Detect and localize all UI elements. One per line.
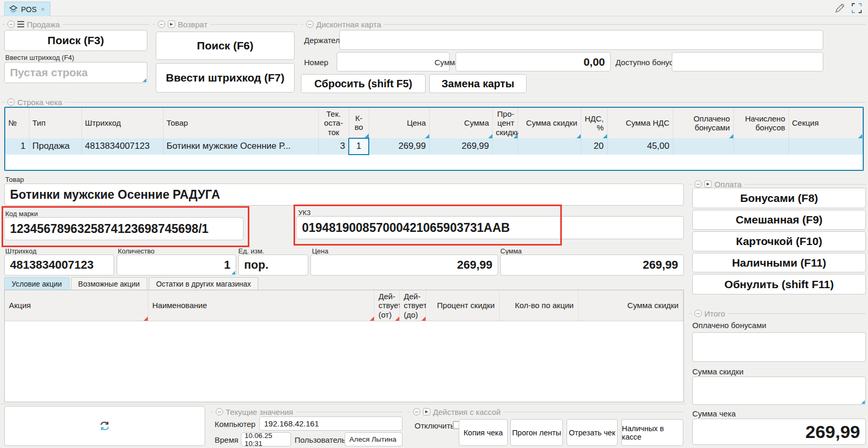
col-number[interactable]: №: [5, 108, 29, 138]
refresh-panel[interactable]: [4, 406, 205, 446]
col-discount-sum[interactable]: Сумма скидки: [518, 108, 581, 138]
cell-price[interactable]: 269,99: [369, 138, 429, 155]
receipt-copy-button[interactable]: Копия чека: [459, 419, 508, 446]
holder-input[interactable]: [339, 30, 823, 50]
replace-card-button[interactable]: Замена карты: [429, 74, 527, 93]
paid-bonus-label: Оплачено бонусами: [692, 321, 766, 330]
col-promo-name[interactable]: Наименование: [148, 290, 374, 321]
available-bonus-input[interactable]: [672, 52, 823, 72]
computer-label: Компьютер: [215, 420, 256, 429]
cell-accrued-bonus[interactable]: [733, 138, 789, 155]
cut-receipt-button[interactable]: Отрезать чек: [567, 419, 618, 446]
paid-bonus-field[interactable]: [692, 332, 866, 362]
play-icon[interactable]: ▶: [704, 180, 712, 188]
collapse-icon[interactable]: [216, 408, 223, 415]
col-discount-pct[interactable]: Про-цент скидки: [492, 108, 518, 138]
collapse-icon[interactable]: [7, 21, 15, 28]
col-stock[interactable]: Тек. оста-ток: [318, 108, 349, 138]
mark-code-input[interactable]: 1234567896325874123698745698/1: [4, 217, 244, 240]
return-search-button[interactable]: Поиск (F6): [156, 32, 295, 60]
qty-field[interactable]: 1: [117, 254, 236, 276]
tab-other-stores-stock[interactable]: Остатки в других магазинах: [149, 277, 258, 290]
col-valid-to[interactable]: Дей-ствует (до): [399, 290, 426, 321]
col-valid-from[interactable]: Дей-ствует (от): [374, 290, 399, 321]
col-accrued-bonus[interactable]: Начислено бонусов: [733, 108, 789, 138]
cell-stock[interactable]: 3: [318, 138, 349, 155]
cash-actions-group-header: ▶ Действия с кассой: [408, 408, 684, 416]
col-section[interactable]: Секция: [789, 108, 863, 138]
col-qty[interactable]: К-во: [349, 108, 369, 138]
edit-pencil-icon[interactable]: [834, 3, 845, 14]
computer-field[interactable]: 192.168.42.161: [259, 416, 402, 431]
time-field[interactable]: 10.06.25 10:31: [241, 432, 291, 446]
col-promo-qty[interactable]: Кол-во по акции: [499, 290, 578, 321]
discount-sum-field[interactable]: [692, 376, 866, 405]
card-number-input[interactable]: [337, 52, 450, 72]
payment-group-header: ▶ Оплата: [689, 180, 866, 188]
sale-barcode-input-wrap: [4, 62, 147, 83]
product-name-input[interactable]: Ботинки мужские Осенние РАДУГА: [4, 184, 684, 206]
pay-card-button[interactable]: Карточкой (F10): [692, 231, 866, 251]
receipt-header-row: № Тип Штрихкод Товар Тек. оста-ток К-во …: [5, 108, 863, 138]
col-promo-discount-pct[interactable]: Процент скидки: [426, 290, 499, 321]
col-promo[interactable]: Акция: [5, 290, 148, 321]
cell-vat-sum[interactable]: 45,00: [607, 138, 673, 155]
cell-discount-pct[interactable]: [492, 138, 518, 155]
return-barcode-button[interactable]: Ввести штрихкод (F7): [156, 63, 295, 93]
cell-discount-sum[interactable]: [518, 138, 581, 155]
cell-qty[interactable]: 1: [349, 138, 369, 155]
collapse-icon[interactable]: [306, 21, 314, 28]
col-price[interactable]: Цена: [369, 108, 429, 138]
pay-bonus-button[interactable]: Бонусами (F8): [692, 188, 866, 208]
pay-mixed-button[interactable]: Смешанная (F9): [692, 210, 866, 230]
collapse-icon[interactable]: [413, 408, 420, 415]
collapse-icon[interactable]: [694, 310, 702, 317]
reset-card-button[interactable]: Сбросить (shift F5): [301, 74, 426, 93]
cash-in-drawer-button[interactable]: Наличных в кассе: [621, 419, 683, 446]
cell-vat[interactable]: 20: [581, 138, 607, 155]
play-icon[interactable]: ▶: [168, 21, 175, 28]
cell-number[interactable]: 1: [5, 138, 29, 155]
receipt-total-field[interactable]: 269,99: [692, 419, 866, 445]
col-product[interactable]: Товар: [163, 108, 318, 138]
totals-group-header: Итого: [689, 309, 866, 318]
cell-paid-bonus[interactable]: [673, 138, 733, 155]
feed-tape-button[interactable]: Прогон ленты: [510, 419, 563, 446]
cell-type[interactable]: Продажа: [29, 138, 82, 155]
tab-pos[interactable]: POS ×: [4, 2, 51, 16]
cell-product[interactable]: Ботинки мужские Осенние Р...: [163, 138, 318, 155]
sum-field[interactable]: 269,99: [500, 254, 684, 276]
ukz-input[interactable]: 019481900857000421065903731AAB: [296, 216, 684, 239]
tab-promo-conditions[interactable]: Условие акции: [4, 277, 69, 290]
cell-section[interactable]: [789, 138, 863, 155]
fullscreen-icon[interactable]: [852, 3, 862, 13]
sale-barcode-label: Ввести штрихкод (F4): [5, 54, 74, 62]
col-sum[interactable]: Сумма: [429, 108, 492, 138]
receipt-row[interactable]: 1 Продажа 4813834007123 Ботинки мужские …: [5, 138, 863, 155]
unit-field[interactable]: пор.: [238, 254, 308, 276]
collapse-icon[interactable]: [158, 21, 165, 28]
barcode-field[interactable]: 4813834007123: [4, 254, 114, 276]
refresh-icon[interactable]: [99, 421, 110, 431]
col-vat[interactable]: НДС, %: [581, 108, 607, 138]
cell-sum[interactable]: 269,99: [429, 138, 492, 155]
col-type[interactable]: Тип: [29, 108, 82, 138]
card-sum-input[interactable]: 0,00: [456, 52, 611, 72]
layers-icon: [9, 5, 18, 13]
col-vat-sum[interactable]: Сумма НДС: [607, 108, 673, 138]
user-field[interactable]: Алеся Лытина: [345, 432, 402, 446]
collapse-icon[interactable]: [694, 180, 702, 188]
col-paid-bonus[interactable]: Оплачено бонусами: [673, 108, 733, 138]
collapse-icon[interactable]: [7, 98, 15, 106]
sale-search-button[interactable]: Поиск (F3): [4, 30, 147, 51]
play-icon[interactable]: ▶: [423, 408, 430, 415]
pay-cash-button[interactable]: Наличными (F11): [692, 253, 866, 272]
cell-barcode[interactable]: 4813834007123: [82, 138, 163, 155]
tab-possible-promos[interactable]: Возможные акции: [71, 277, 147, 290]
sale-barcode-input[interactable]: [5, 63, 147, 83]
col-promo-discount-sum[interactable]: Сумма скидки: [578, 290, 683, 321]
price-field[interactable]: 269,99: [310, 254, 498, 276]
col-barcode[interactable]: Штрихкод: [82, 108, 163, 138]
tab-close-icon[interactable]: ×: [41, 5, 45, 13]
clear-receipt-button[interactable]: Обнулить (shift F11): [692, 274, 866, 294]
